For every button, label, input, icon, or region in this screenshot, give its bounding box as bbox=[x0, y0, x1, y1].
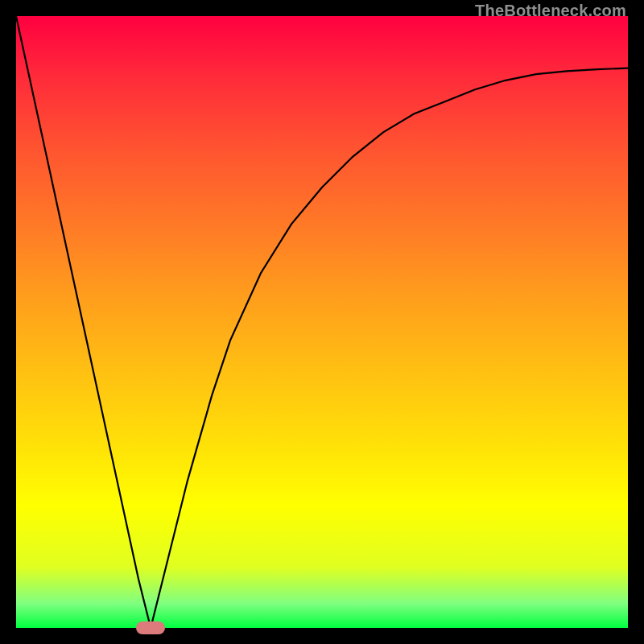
bottleneck-curve-path bbox=[16, 16, 628, 628]
optimal-marker bbox=[136, 621, 165, 634]
bottleneck-curve-svg bbox=[16, 16, 628, 628]
watermark-text: TheBottleneck.com bbox=[475, 2, 626, 20]
chart-plot-area bbox=[16, 16, 628, 628]
